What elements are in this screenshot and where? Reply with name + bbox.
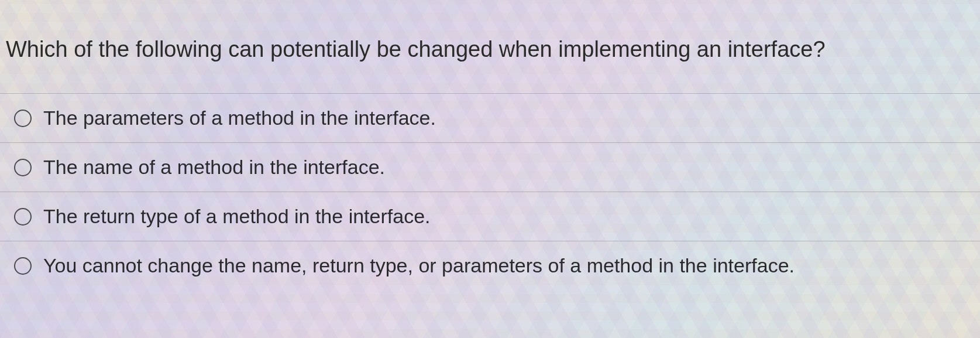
- radio-icon: [14, 257, 32, 275]
- radio-icon: [14, 110, 32, 127]
- radio-icon: [14, 159, 32, 176]
- option-3[interactable]: The return type of a method in the inter…: [0, 192, 980, 241]
- option-label: The name of a method in the interface.: [43, 156, 385, 179]
- option-label: The parameters of a method in the interf…: [43, 107, 436, 129]
- option-4[interactable]: You cannot change the name, return type,…: [0, 241, 980, 290]
- question-container: Which of the following can potentially b…: [0, 0, 980, 290]
- option-2[interactable]: The name of a method in the interface.: [0, 143, 980, 192]
- option-label: The return type of a method in the inter…: [43, 205, 431, 228]
- option-1[interactable]: The parameters of a method in the interf…: [0, 94, 980, 143]
- radio-icon: [14, 208, 32, 226]
- option-label: You cannot change the name, return type,…: [43, 254, 795, 277]
- options-list: The parameters of a method in the interf…: [0, 93, 980, 290]
- question-text: Which of the following can potentially b…: [0, 0, 980, 93]
